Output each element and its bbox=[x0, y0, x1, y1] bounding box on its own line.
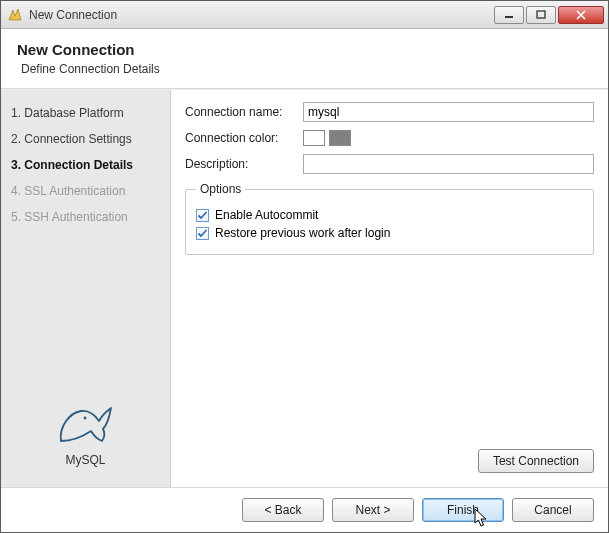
finish-button[interactable]: Finish bbox=[422, 498, 504, 522]
wizard-footer: < Back Next > Finish Cancel bbox=[1, 487, 608, 532]
autocommit-checkbox[interactable] bbox=[196, 209, 209, 222]
restore-label: Restore previous work after login bbox=[215, 226, 390, 240]
svg-rect-1 bbox=[537, 11, 545, 18]
db-logo-label: MySQL bbox=[1, 453, 170, 467]
cancel-button[interactable]: Cancel bbox=[512, 498, 594, 522]
next-button[interactable]: Next > bbox=[332, 498, 414, 522]
color-swatch-grey[interactable] bbox=[329, 130, 351, 146]
mysql-dolphin-icon bbox=[55, 391, 117, 447]
test-connection-button[interactable]: Test Connection bbox=[478, 449, 594, 473]
step-connection-settings[interactable]: 2. Connection Settings bbox=[1, 126, 170, 152]
form-area: Connection name: Connection color: Descr… bbox=[171, 90, 608, 487]
titlebar[interactable]: New Connection bbox=[1, 1, 608, 29]
restore-checkbox[interactable] bbox=[196, 227, 209, 240]
conn-name-input[interactable] bbox=[303, 102, 594, 122]
color-swatches bbox=[303, 130, 351, 146]
autocommit-label: Enable Autocommit bbox=[215, 208, 318, 222]
options-fieldset: Options Enable Autocommit Restore previo… bbox=[185, 182, 594, 255]
svg-point-4 bbox=[83, 417, 86, 420]
description-input[interactable] bbox=[303, 154, 594, 174]
close-button[interactable] bbox=[558, 6, 604, 24]
options-legend: Options bbox=[196, 182, 245, 196]
content-area: 1. Database Platform 2. Connection Setti… bbox=[1, 89, 608, 487]
step-ssl-authentication: 4. SSL Authentication bbox=[1, 178, 170, 204]
db-logo-block: MySQL bbox=[1, 391, 170, 487]
wizard-sidebar: 1. Database Platform 2. Connection Setti… bbox=[1, 90, 171, 487]
conn-name-label: Connection name: bbox=[185, 105, 295, 119]
description-label: Description: bbox=[185, 157, 295, 171]
color-swatch-white[interactable] bbox=[303, 130, 325, 146]
window-title: New Connection bbox=[29, 8, 488, 22]
step-connection-details[interactable]: 3. Connection Details bbox=[1, 152, 170, 178]
window-controls bbox=[494, 6, 604, 24]
step-ssh-authentication: 5. SSH Authentication bbox=[1, 204, 170, 230]
check-icon bbox=[197, 228, 208, 239]
page-subtitle: Define Connection Details bbox=[17, 62, 592, 76]
back-button[interactable]: < Back bbox=[242, 498, 324, 522]
dialog-window: New Connection New Connection Define Con… bbox=[0, 0, 609, 533]
page-title: New Connection bbox=[17, 41, 592, 58]
conn-color-label: Connection color: bbox=[185, 131, 295, 145]
wizard-header: New Connection Define Connection Details bbox=[1, 29, 608, 89]
app-icon bbox=[7, 7, 23, 23]
check-icon bbox=[197, 210, 208, 221]
minimize-button[interactable] bbox=[494, 6, 524, 24]
maximize-button[interactable] bbox=[526, 6, 556, 24]
step-database-platform[interactable]: 1. Database Platform bbox=[1, 100, 170, 126]
